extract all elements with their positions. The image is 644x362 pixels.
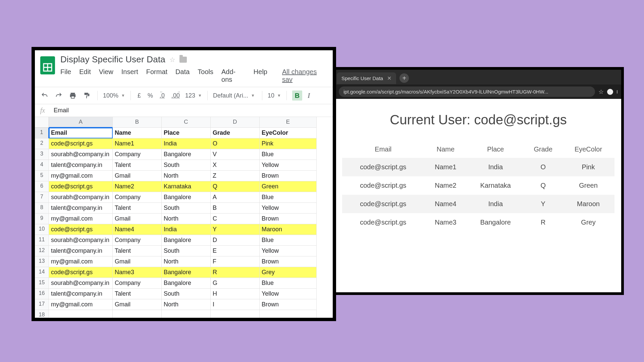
row-header-8[interactable]: 8	[35, 203, 49, 214]
cell-D10[interactable]: Y	[211, 224, 260, 235]
cell-D16[interactable]: H	[211, 289, 260, 299]
cell-B6[interactable]: Name2	[113, 181, 162, 192]
cell-C15[interactable]: Bangalore	[162, 278, 211, 289]
cell-C5[interactable]: North	[162, 171, 211, 181]
cell-E3[interactable]: Blue	[260, 149, 317, 160]
cell-A9[interactable]: my@gmail.com	[49, 214, 113, 224]
incognito-icon[interactable]: I	[616, 89, 618, 95]
row-header-3[interactable]: 3	[35, 149, 49, 160]
cell-A15[interactable]: sourabh@company.in	[49, 278, 113, 289]
cell-empty-4[interactable]	[260, 310, 317, 320]
row-header-5[interactable]: 5	[35, 171, 49, 181]
address-bar[interactable]: ipt.google.com/a/script.gs/macros/s/AKfy…	[339, 86, 595, 97]
font-size-dropdown[interactable]: 10▼	[268, 92, 281, 99]
italic-button[interactable]: I	[306, 90, 311, 101]
row-header-10[interactable]: 10	[35, 224, 49, 235]
column-header-C[interactable]: C	[162, 117, 211, 128]
row-header-9[interactable]: 9	[35, 214, 49, 224]
cell-empty-1[interactable]	[113, 310, 162, 320]
column-header-D[interactable]: D	[211, 117, 260, 128]
cell-A6[interactable]: code@script.gs	[49, 181, 113, 192]
cell-empty-0[interactable]	[49, 310, 113, 320]
cell-D15[interactable]: G	[211, 278, 260, 289]
cell-C10[interactable]: India	[162, 224, 211, 235]
cell-B5[interactable]: Gmail	[113, 171, 162, 181]
cell-B9[interactable]: Gmail	[113, 214, 162, 224]
cell-E15[interactable]: Blue	[260, 278, 317, 289]
cell-B7[interactable]: Company	[113, 192, 162, 203]
browser-tab[interactable]: Specific User Data ✕	[337, 72, 396, 84]
decrease-decimal-button[interactable]: .0←	[158, 92, 166, 100]
menu-data[interactable]: Data	[175, 68, 190, 83]
cell-A11[interactable]: sourabh@company.in	[49, 235, 113, 246]
cell-C7[interactable]: Bangalore	[162, 192, 211, 203]
cell-D3[interactable]: V	[211, 149, 260, 160]
cell-A3[interactable]: sourabh@company.in	[49, 149, 113, 160]
cell-E8[interactable]: Yellow	[260, 203, 317, 214]
cell-D4[interactable]: X	[211, 160, 260, 171]
cell-header-Place[interactable]: Place	[162, 128, 211, 138]
close-tab-icon[interactable]: ✕	[387, 75, 391, 81]
cell-E12[interactable]: Yellow	[260, 246, 317, 256]
cell-E7[interactable]: Blue	[260, 192, 317, 203]
cell-E10[interactable]: Maroon	[260, 224, 317, 235]
cell-C8[interactable]: South	[162, 203, 211, 214]
cell-B14[interactable]: Name3	[113, 267, 162, 278]
formula-input[interactable]	[50, 104, 333, 117]
cell-header-Name[interactable]: Name	[113, 128, 162, 138]
cell-C16[interactable]: South	[162, 289, 211, 299]
cell-E9[interactable]: Brown	[260, 214, 317, 224]
star-icon[interactable]: ☆	[169, 56, 175, 64]
cell-B12[interactable]: Talent	[113, 246, 162, 256]
grid-corner[interactable]	[35, 117, 49, 128]
menu-file[interactable]: File	[60, 68, 71, 83]
cell-A10[interactable]: code@script.gs	[49, 224, 113, 235]
cell-header-Email[interactable]: Email	[49, 128, 113, 138]
undo-button[interactable]	[40, 91, 50, 100]
menu-add-ons[interactable]: Add-ons	[221, 68, 246, 83]
cell-D7[interactable]: A	[211, 192, 260, 203]
bookmark-star-icon[interactable]: ☆	[598, 88, 604, 96]
cell-A8[interactable]: talent@company.in	[49, 203, 113, 214]
row-header-7[interactable]: 7	[35, 192, 49, 203]
cell-A16[interactable]: talent@company.in	[49, 289, 113, 299]
cell-A17[interactable]: my@gmail.com	[49, 299, 113, 310]
column-header-E[interactable]: E	[260, 117, 317, 128]
row-header-15[interactable]: 15	[35, 278, 49, 289]
cell-E6[interactable]: Green	[260, 181, 317, 192]
row-header-12[interactable]: 12	[35, 246, 49, 256]
changes-saved-link[interactable]: All changes sav	[282, 68, 327, 83]
cell-E2[interactable]: Pink	[260, 138, 317, 149]
cell-D12[interactable]: E	[211, 246, 260, 256]
row-header-14[interactable]: 14	[35, 267, 49, 278]
print-button[interactable]	[68, 91, 78, 100]
increase-decimal-button[interactable]: .00→	[170, 92, 181, 100]
cell-C13[interactable]: North	[162, 256, 211, 267]
cell-B8[interactable]: Talent	[113, 203, 162, 214]
cell-A2[interactable]: code@script.gs	[49, 138, 113, 149]
cell-D14[interactable]: R	[211, 267, 260, 278]
row-header-6[interactable]: 6	[35, 181, 49, 192]
spreadsheet-grid[interactable]: ABCDE1EmailNamePlaceGradeEyeColor2code@s…	[35, 117, 333, 320]
cell-B2[interactable]: Name1	[113, 138, 162, 149]
cell-D8[interactable]: B	[211, 203, 260, 214]
cell-D17[interactable]: I	[211, 299, 260, 310]
redo-button[interactable]	[54, 91, 64, 100]
cell-C11[interactable]: Bangalore	[162, 235, 211, 246]
sheets-logo-icon[interactable]	[40, 56, 55, 74]
row-header-4[interactable]: 4	[35, 160, 49, 171]
currency-button[interactable]: £	[136, 92, 142, 100]
cell-E4[interactable]: Yellow	[260, 160, 317, 171]
menu-help[interactable]: Help	[254, 68, 267, 83]
cell-A5[interactable]: my@gmail.com	[49, 171, 113, 181]
cell-D13[interactable]: F	[211, 256, 260, 267]
bold-button[interactable]: B	[292, 90, 302, 101]
paint-format-button[interactable]	[82, 91, 92, 100]
cell-C3[interactable]: Bangalore	[162, 149, 211, 160]
cell-B16[interactable]: Talent	[113, 289, 162, 299]
row-header-2[interactable]: 2	[35, 138, 49, 149]
cell-E13[interactable]: Brown	[260, 256, 317, 267]
cell-C12[interactable]: South	[162, 246, 211, 256]
cell-D6[interactable]: Q	[211, 181, 260, 192]
row-header-13[interactable]: 13	[35, 256, 49, 267]
